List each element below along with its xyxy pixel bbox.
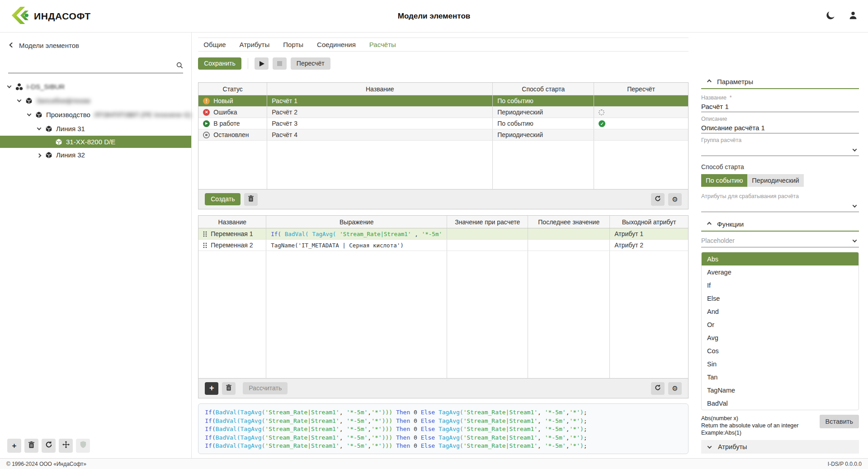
- calculations-settings-button[interactable]: ⚙: [668, 193, 682, 206]
- back-link[interactable]: Модели элементов: [0, 36, 191, 55]
- variable-name-cell: Переменная 2: [198, 240, 266, 251]
- column-header[interactable]: Пересчёт: [594, 83, 688, 95]
- start-mode-event-option[interactable]: По событию: [701, 174, 747, 187]
- column-header[interactable]: Выражение: [266, 216, 447, 228]
- protect-element-button[interactable]: [76, 439, 90, 453]
- refresh-calculations-button[interactable]: [651, 193, 665, 206]
- tree-item[interactable]: Линия 31: [0, 122, 191, 136]
- delete-calculation-button[interactable]: [244, 193, 258, 206]
- save-button[interactable]: Сохранить: [198, 57, 241, 70]
- page-title: Модели элементов: [0, 12, 868, 21]
- params-section-header[interactable]: Параметры: [701, 78, 859, 88]
- tree-item[interactable]: Линия 32: [0, 148, 191, 162]
- expression-code-panel[interactable]: If(BadVal(TagAvg('Stream_Rate|Stream1', …: [198, 403, 689, 454]
- chevron-down-icon[interactable]: [6, 84, 12, 90]
- tab-соединения[interactable]: Соединения: [317, 41, 356, 48]
- drag-handle-icon[interactable]: [203, 231, 207, 237]
- calculation-row[interactable]: ✕ОшибкаРасчёт 2Периодический: [198, 107, 688, 118]
- tab-атрибуты[interactable]: Атрибуты: [240, 41, 270, 48]
- insert-function-button[interactable]: Вставить: [820, 415, 859, 428]
- column-header[interactable]: Название: [198, 216, 266, 228]
- search-input[interactable]: [8, 63, 176, 71]
- start-mode-periodic-option[interactable]: Периодический: [747, 174, 803, 187]
- calculation-row[interactable]: ОстановленРасчёт 4Периодический: [198, 129, 688, 141]
- attributes-section-header[interactable]: Атрибуты: [701, 440, 859, 454]
- tab-расчёты[interactable]: Расчёты: [369, 41, 396, 48]
- function-item-tan[interactable]: Tan: [702, 370, 859, 384]
- drag-handle-icon[interactable]: [203, 242, 207, 248]
- function-item-else[interactable]: Else: [702, 292, 859, 305]
- calc-description-input[interactable]: [701, 122, 859, 133]
- function-item-and[interactable]: And: [702, 305, 859, 318]
- add-element-button[interactable]: +: [7, 439, 21, 453]
- tree-item-label: Производство: [46, 111, 90, 118]
- tree-item-label: 31-XX-8200 D/E: [66, 138, 115, 146]
- delete-element-button[interactable]: [24, 439, 38, 453]
- chevron-right-icon[interactable]: [36, 152, 42, 158]
- tree-item[interactable]: Производство ЛПЭНП/ПЭВП (PE Innovene G): [0, 108, 191, 122]
- function-item-or[interactable]: Or: [702, 318, 859, 331]
- recalc-button[interactable]: Пересчёт: [291, 57, 330, 70]
- user-menu-button[interactable]: [848, 10, 858, 22]
- run-button[interactable]: [255, 57, 269, 70]
- function-item-badval[interactable]: BadVal: [702, 397, 859, 410]
- variable-row[interactable]: Переменная 1If(BadVal(TagAvg('Stream_Rat…: [198, 228, 688, 240]
- add-variable-button[interactable]: +: [205, 382, 218, 395]
- functions-section-header[interactable]: Функции: [701, 220, 859, 231]
- function-item-avg[interactable]: Avg: [702, 331, 859, 344]
- chevron-up-icon: [706, 79, 711, 85]
- refresh-icon: [655, 384, 661, 392]
- column-header[interactable]: Статус: [198, 83, 267, 95]
- function-item-average[interactable]: Average: [702, 265, 859, 279]
- create-calculation-button[interactable]: Создать: [205, 193, 241, 205]
- calc-name-input[interactable]: [701, 101, 859, 112]
- chevron-down-icon[interactable]: [16, 98, 22, 104]
- search-box: [8, 62, 183, 73]
- tab-общие[interactable]: Общие: [203, 41, 226, 48]
- calculate-button[interactable]: Рассчитать: [243, 382, 288, 394]
- tree-item[interactable]: Запсибнефтехим: [0, 94, 191, 108]
- brand-logo-icon: [10, 7, 29, 26]
- column-header[interactable]: Способ старта: [493, 83, 594, 95]
- stop-circle-icon: [203, 132, 210, 138]
- calculations-table-body: !НовыйРасчёт 1По событию✕ОшибкаРасчёт 2П…: [198, 95, 688, 189]
- column-header[interactable]: Значение при расчете: [447, 216, 528, 228]
- calculation-row[interactable]: В работеРасчёт 3По событию✓: [198, 118, 688, 129]
- function-item-if[interactable]: If: [702, 279, 859, 292]
- variable-row[interactable]: Переменная 2TagName('IT_METADATA | Серна…: [198, 240, 688, 251]
- chevron-down-icon[interactable]: [26, 112, 32, 118]
- tree-item[interactable]: 31-XX-8200 D/E: [0, 136, 191, 148]
- delete-variable-button[interactable]: [222, 382, 236, 395]
- trigger-attributes-select[interactable]: [701, 199, 859, 212]
- cube-icon: [45, 125, 52, 133]
- function-filter-select[interactable]: Placeholder: [701, 233, 859, 247]
- expression-cell: TagName('IT_METADATA | Серная кислота'): [266, 240, 447, 251]
- tab-порты[interactable]: Порты: [283, 41, 303, 48]
- column-header[interactable]: Название: [267, 83, 493, 95]
- column-header[interactable]: Последнее значение: [528, 216, 610, 228]
- refresh-tree-button[interactable]: [42, 439, 56, 453]
- calculations-table-footer: Создать ⚙: [198, 189, 688, 209]
- stop-button[interactable]: [273, 57, 287, 70]
- move-icon: [62, 441, 70, 450]
- status-text: В работе: [213, 120, 240, 127]
- function-item-tagname[interactable]: TagName: [702, 384, 859, 397]
- cube-icon: [35, 111, 42, 118]
- move-element-button[interactable]: [59, 439, 73, 453]
- tree-item[interactable]: I-DS_SIBUR: [0, 80, 191, 94]
- filler-cell: [610, 251, 688, 378]
- status-text: Остановлен: [213, 131, 249, 138]
- copyright-text: © 1996-2024 ООО «ИндаСофт»: [6, 461, 86, 467]
- column-header[interactable]: Выходной атрибут: [610, 216, 688, 228]
- function-item-cos[interactable]: Cos: [702, 344, 859, 357]
- variables-settings-button[interactable]: ⚙: [668, 382, 682, 395]
- calculation-row[interactable]: !НовыйРасчёт 1По событию: [198, 95, 688, 107]
- calc-group-select[interactable]: [701, 143, 859, 156]
- variable-name: Переменная 2: [211, 242, 253, 249]
- chevron-down-icon[interactable]: [36, 126, 42, 132]
- filler-cell: [447, 251, 528, 378]
- refresh-variables-button[interactable]: [651, 382, 665, 395]
- theme-toggle-button[interactable]: [826, 10, 835, 22]
- function-item-sin[interactable]: Sin: [702, 357, 859, 370]
- function-item-abs[interactable]: Abs: [702, 252, 859, 265]
